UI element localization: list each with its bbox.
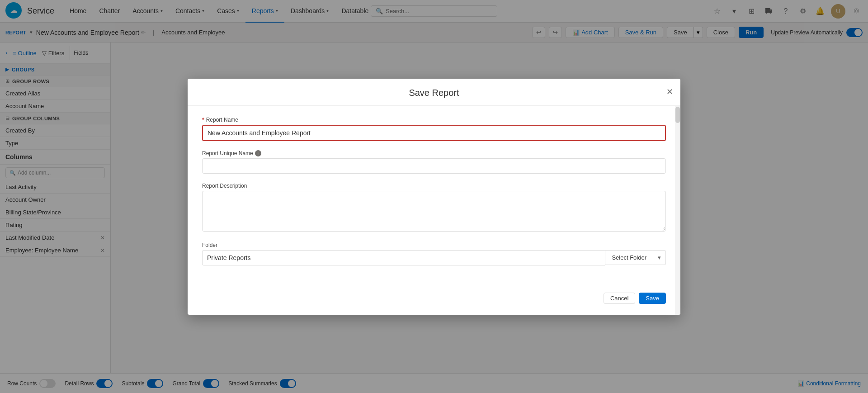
modal-footer: Cancel Save — [188, 285, 680, 315]
report-description-label: Report Description — [202, 183, 666, 189]
info-icon[interactable]: i — [255, 150, 261, 156]
modal-body: * Report Name Report Unique Name i — [188, 106, 680, 285]
report-description-input[interactable] — [202, 191, 666, 232]
report-unique-name-label: Report Unique Name i — [202, 150, 666, 156]
report-name-group: * Report Name — [202, 117, 666, 141]
scrollbar-track[interactable] — [675, 106, 680, 315]
folder-input[interactable] — [202, 250, 605, 265]
cancel-button[interactable]: Cancel — [604, 293, 635, 304]
report-unique-name-group: Report Unique Name i — [202, 150, 666, 174]
select-folder-button[interactable]: Select Folder — [605, 250, 653, 265]
save-modal-button[interactable]: Save — [639, 293, 666, 304]
modal-overlay: Save Report ✕ * Report Name — [0, 0, 868, 373]
folder-label: Folder — [202, 242, 666, 248]
save-report-modal: Save Report ✕ * Report Name — [188, 79, 680, 315]
folder-dropdown-arrow[interactable]: ▾ — [653, 250, 666, 265]
scrollbar-thumb[interactable] — [675, 107, 680, 123]
required-star: * — [202, 117, 204, 123]
report-unique-name-input[interactable] — [202, 158, 666, 174]
modal-header: Save Report ✕ — [188, 79, 680, 106]
modal-close-button[interactable]: ✕ — [666, 87, 673, 97]
folder-row: Select Folder ▾ — [202, 250, 666, 265]
report-name-input[interactable] — [202, 125, 666, 141]
folder-group: Folder Select Folder ▾ — [202, 242, 666, 265]
modal-scroll-area[interactable]: * Report Name Report Unique Name i — [188, 106, 680, 315]
modal-title: Save Report — [409, 88, 459, 98]
report-description-group: Report Description — [202, 183, 666, 233]
report-name-field-label: * Report Name — [202, 117, 666, 123]
